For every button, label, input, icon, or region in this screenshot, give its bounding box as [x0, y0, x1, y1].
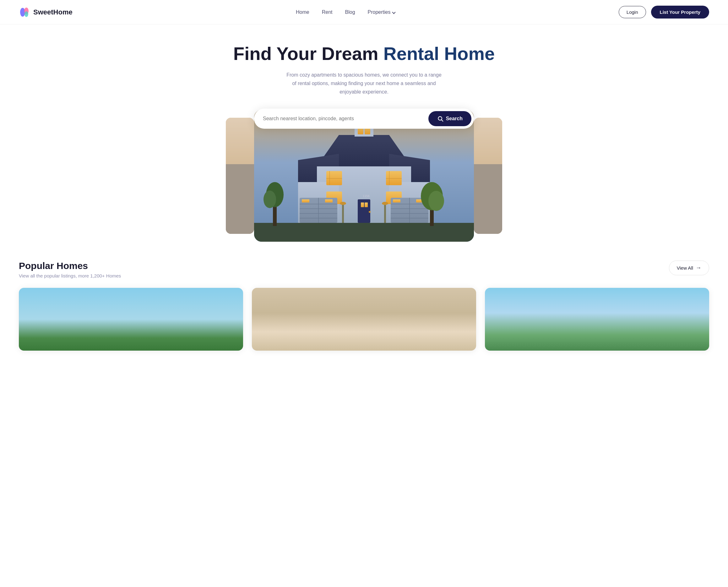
search-icon: [437, 116, 443, 122]
nav-rent[interactable]: Rent: [322, 9, 333, 15]
carousel-side-left: [226, 118, 254, 234]
svg-line-4: [441, 120, 443, 121]
property-cards-grid: [19, 288, 709, 351]
property-card-1[interactable]: [19, 288, 243, 351]
search-button[interactable]: Search: [428, 111, 472, 126]
nav-actions: Login List Your Property: [619, 6, 709, 19]
view-all-button[interactable]: View All →: [669, 261, 709, 275]
arrow-right-icon: →: [696, 265, 701, 271]
svg-rect-6: [254, 223, 474, 242]
navbar: SweetHome Home Rent Blog Properties Logi…: [0, 0, 728, 24]
property-card-2[interactable]: [252, 288, 476, 351]
svg-rect-24: [389, 171, 389, 185]
popular-homes-subtitle: View all the popular listings, more 1,20…: [19, 273, 121, 278]
svg-rect-14: [365, 128, 370, 134]
chevron-down-icon: [392, 10, 396, 14]
svg-rect-29: [361, 203, 364, 207]
carousel-section: 1156: [0, 110, 728, 242]
logo[interactable]: SweetHome: [19, 6, 72, 18]
nav-links: Home Rent Blog Properties: [296, 9, 395, 15]
property-card-image-2: [252, 288, 476, 351]
svg-rect-48: [342, 204, 344, 223]
nav-properties[interactable]: Properties: [368, 9, 395, 15]
svg-point-54: [428, 191, 444, 211]
svg-rect-46: [393, 199, 401, 203]
svg-rect-39: [325, 199, 333, 203]
nav-home[interactable]: Home: [296, 9, 309, 15]
property-card-3[interactable]: [485, 288, 709, 351]
side-building-right: [474, 118, 502, 234]
carousel-main-image: 1156: [254, 110, 474, 242]
svg-rect-25: [386, 178, 402, 179]
property-card-image-3: [485, 288, 709, 351]
svg-rect-38: [302, 199, 309, 203]
svg-rect-30: [365, 203, 368, 207]
search-input[interactable]: [263, 116, 428, 121]
login-button[interactable]: Login: [619, 6, 646, 18]
logo-icon: [19, 6, 30, 18]
hero-subtitle: From cozy apartments to spacious homes, …: [286, 71, 442, 96]
svg-point-51: [382, 202, 388, 205]
popular-homes-title: Popular Homes: [19, 261, 121, 271]
brand-name: SweetHome: [33, 8, 72, 16]
popular-homes-section: Popular Homes View all the popular listi…: [0, 242, 728, 363]
house-illustration: 1156: [254, 110, 474, 242]
svg-point-9: [264, 191, 276, 208]
carousel-side-right: [474, 118, 502, 234]
property-card-image-1: [19, 288, 243, 351]
svg-rect-50: [384, 204, 386, 223]
house-svg: 1156: [254, 110, 474, 242]
popular-homes-text: Popular Homes View all the popular listi…: [19, 261, 121, 278]
side-building-left: [226, 118, 254, 234]
svg-point-31: [369, 211, 370, 213]
svg-rect-22: [326, 178, 342, 179]
nav-blog[interactable]: Blog: [345, 9, 355, 15]
search-bar: Search: [254, 109, 474, 129]
popular-homes-header: Popular Homes View all the popular listi…: [19, 261, 709, 278]
svg-point-2: [24, 11, 28, 17]
hero-title: Find Your Dream Rental Home: [6, 43, 722, 64]
svg-rect-21: [329, 171, 330, 185]
list-property-button[interactable]: List Your Property: [651, 6, 709, 19]
svg-text:1156: 1156: [363, 195, 370, 198]
svg-rect-13: [358, 128, 363, 134]
svg-rect-23: [386, 171, 402, 185]
svg-rect-20: [326, 171, 342, 185]
svg-point-49: [340, 202, 346, 205]
